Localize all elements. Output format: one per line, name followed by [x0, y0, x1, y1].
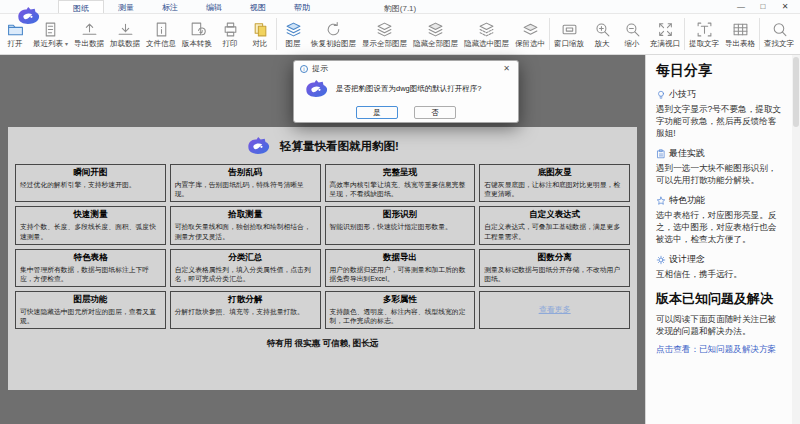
- window-zoom-button[interactable]: 窗口缩放: [551, 14, 587, 54]
- tab-help[interactable]: 帮助: [280, 0, 324, 13]
- compare-button[interactable]: 对比: [245, 14, 275, 54]
- dialog-body: 是否把豹图设置为dwg图纸的默认打开程序?: [294, 76, 518, 100]
- layers-button[interactable]: 图层: [278, 14, 308, 54]
- feature-cell: 拾取测量可拾取矢量线和面，独创拾取和绘制相结合，测量方便又灵活。: [170, 206, 321, 244]
- toolbar-separator: [759, 18, 760, 50]
- feature-cell: 瞬间开图经过优化的解析引擎，支持秒速开图。: [15, 164, 166, 202]
- info-icon: i: [300, 65, 308, 73]
- hide-all-layers-button[interactable]: 隐藏全部图层: [410, 14, 461, 54]
- hide-selected-layers-button[interactable]: 隐藏选中图层: [461, 14, 512, 54]
- layers-stack-icon: [478, 19, 495, 39]
- zoom-out-button[interactable]: 缩小: [617, 14, 647, 54]
- leopard-logo-icon: [246, 135, 272, 157]
- zoom-in-icon: [594, 19, 611, 39]
- feature-cell: 底图灰显右键灰显底图，让标注和底图对比更明显，检查更清晰。: [479, 164, 630, 202]
- section-title: 小技巧: [669, 88, 696, 101]
- sidebar-section-practice: 最佳实践 遇到一选一大块不能图形识别，可以先用打散功能分解块。: [656, 147, 783, 186]
- section-text: 互相信任，携手远行。: [656, 268, 783, 280]
- upload-icon: [81, 19, 98, 39]
- toolbar-group-zoom: 窗口缩放 放大 缩小 充满视口: [551, 14, 683, 54]
- file-info-icon: [153, 19, 170, 39]
- default-program-dialog: i 提示 ✕ 是否把豹图设置为dwg图纸的默认打开程序? 是 否: [293, 60, 519, 123]
- layers-icon: [285, 19, 302, 39]
- section-text: 选中表格行，对应图形亮显。反之，选中图形，对应表格行也会被选中，检查太方便了。: [656, 209, 783, 245]
- clipboard-icon: [656, 149, 666, 159]
- tab-edit[interactable]: 编辑: [192, 0, 236, 13]
- tab-view[interactable]: 视图: [236, 0, 280, 13]
- tab-annotate[interactable]: 标注: [148, 0, 192, 13]
- no-button[interactable]: 否: [414, 106, 456, 119]
- menu-tabs: 图纸 测量 标注 编辑 视图 帮助: [58, 0, 324, 13]
- tab-drawing[interactable]: 图纸: [58, 0, 104, 13]
- export-table-button[interactable]: 导出表格: [722, 14, 758, 54]
- toolbar-group-find: 查找文字: [761, 14, 797, 54]
- dialog-titlebar: i 提示 ✕: [294, 61, 518, 76]
- dialog-close-icon[interactable]: ✕: [501, 64, 512, 73]
- feature-cell: 自定义表达式自定义表达式，可叠加工基础数据，满足更多工程量需求。: [479, 206, 630, 244]
- recent-doc-icon: [42, 19, 59, 39]
- window-zoom-icon: [561, 19, 578, 39]
- section-text: 遇到一选一大块不能图形识别，可以先用打散功能分解块。: [656, 162, 783, 186]
- known-issues-link-line: 点击查看：已知问题及解决方案: [656, 344, 783, 356]
- restore-layers-button[interactable]: 恢复初始图层: [308, 14, 359, 54]
- yes-button[interactable]: 是: [356, 106, 398, 119]
- zoom-in-button[interactable]: 放大: [587, 14, 617, 54]
- section-text: 遇到文字显示?号不要急，提取文字功能可救急，然后再反馈给客服姐!: [656, 103, 783, 139]
- app-logo-icon: [16, 5, 42, 27]
- extract-text-button[interactable]: 提取文字: [686, 14, 722, 54]
- maximize-icon[interactable]: □: [752, 0, 774, 12]
- panel-tagline: 特有用 很实惠 可信赖, 图长远: [8, 338, 637, 350]
- feature-cell: 打散分解分解打散块参照、填充等，支持批量打散。: [170, 291, 321, 329]
- feature-cell: 数据导出用户的数据归还用户，可将测量和加工后的数据免费导出到Excel。: [325, 249, 476, 287]
- feature-cell: 图形识别智能识别图形，快速统计指定图形数量。: [325, 206, 476, 244]
- titlebar: 图纸 测量 标注 编辑 视图 帮助 豹图(7.1) — □ ✕: [0, 0, 800, 13]
- dialog-buttons: 是 否: [294, 106, 518, 119]
- minimize-icon[interactable]: —: [730, 0, 752, 12]
- known-issues-text: 可以阅读下面页面随时关注已被发现的问题和解决办法。: [656, 313, 783, 337]
- fit-viewport-button[interactable]: 充满视口: [647, 14, 683, 54]
- feature-cell: 特色表格集中管理所有数据，数据与图纸标注上下呼应，方便检查。: [15, 249, 166, 287]
- star-icon: [656, 196, 666, 206]
- version-convert-button[interactable]: 版本转换: [179, 14, 215, 54]
- print-button[interactable]: 打印: [215, 14, 245, 54]
- sidebar-section-feature: 特色功能 选中表格行，对应图形亮显。反之，选中图形，对应表格行也会被选中，检查太…: [656, 194, 783, 245]
- toolbar-group-text: 提取文字 导出表格: [686, 14, 758, 54]
- feature-cell: 告别乱码内置字库，告别图纸乱码，特殊符号清晰呈现。: [170, 164, 321, 202]
- panel-header: 轻算量快看图就用豹图!: [8, 127, 637, 164]
- section-title: 设计理念: [669, 253, 705, 266]
- toolbar-separator: [684, 18, 685, 50]
- known-issues-link[interactable]: 已知问题及解决方案: [699, 344, 776, 354]
- layers-stack-icon: [427, 19, 444, 39]
- scrollbar[interactable]: [792, 55, 800, 424]
- find-text-button[interactable]: 查找文字: [761, 14, 797, 54]
- close-icon[interactable]: ✕: [774, 0, 796, 12]
- load-data-button[interactable]: 加载数据: [107, 14, 143, 54]
- feature-cell: 多彩属性支持颜色、透明度、标注内容、线型线宽的定制，工作完成的标志。: [325, 291, 476, 329]
- feature-cell: 快速测量支持个数、长度、多段线长度、面积、弧度快速测量。: [15, 206, 166, 244]
- app-window: 图纸 测量 标注 编辑 视图 帮助 豹图(7.1) — □ ✕ 打开 最近列表 …: [0, 0, 800, 424]
- panel-headline: 轻算量快看图就用豹图!: [280, 139, 399, 154]
- file-info-button[interactable]: 文件信息: [143, 14, 179, 54]
- feature-cell: 图数分离测量及标记数据与图纸分开存储，不改动用户图纸。: [479, 249, 630, 287]
- printer-icon: [222, 19, 239, 39]
- feature-grid: 瞬间开图经过优化的解析引擎，支持秒速开图。 告别乱码内置字库，告别图纸乱码，特殊…: [15, 164, 630, 329]
- toolbar-separator: [276, 18, 277, 50]
- keep-selected-button[interactable]: 保留选中: [512, 14, 548, 54]
- show-all-layers-button[interactable]: 显示全部图层: [359, 14, 410, 54]
- see-more-link[interactable]: 查看更多: [539, 304, 571, 315]
- download-icon: [117, 19, 134, 39]
- dialog-message: 是否把豹图设置为dwg图纸的默认打开程序?: [336, 84, 481, 94]
- sidebar-section-philosophy: 设计理念 互相信任，携手远行。: [656, 253, 783, 280]
- restore-icon: [325, 19, 342, 39]
- export-data-button[interactable]: 导出数据: [71, 14, 107, 54]
- daily-share-sidebar: 每日分享 小技巧 遇到文字显示?号不要急，提取文字功能可救急，然后再反馈给客服姐…: [645, 55, 792, 424]
- window-controls: — □ ✕: [730, 0, 796, 12]
- gear-icon: [656, 255, 666, 265]
- known-issues-title: 版本已知问题及解决: [656, 290, 783, 308]
- dialog-title: 提示: [312, 63, 501, 74]
- feature-cell: 分类汇总自定义表格属性列，填入分类属性值，点击列名，即可完成分类汇总。: [170, 249, 321, 287]
- lightbulb-icon: [656, 90, 666, 100]
- tab-measure[interactable]: 测量: [104, 0, 148, 13]
- scrollbar-thumb[interactable]: [793, 57, 799, 127]
- feature-cell: 完整呈现高效率内核引擎让填充、线宽等重要信息完整呈现，不看残缺图纸。: [325, 164, 476, 202]
